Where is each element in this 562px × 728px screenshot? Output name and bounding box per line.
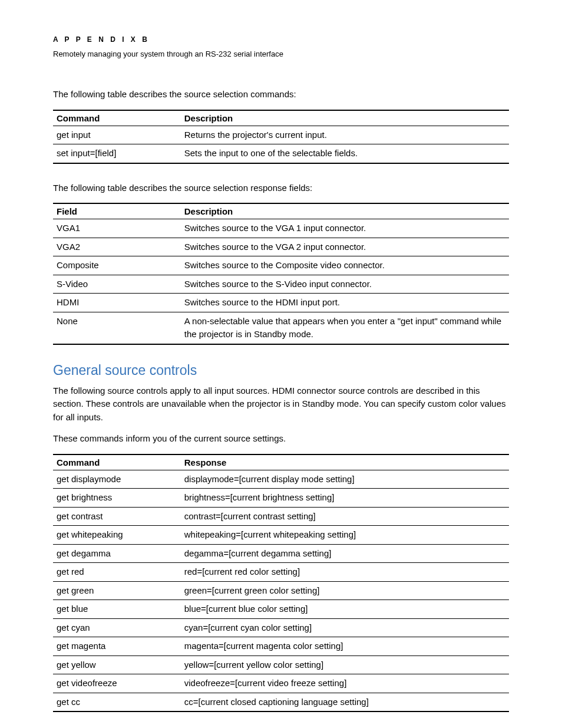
table-header: Description [181,110,509,126]
table-cell: magenta=[current magenta color setting] [181,637,509,656]
table-cell: blue=[current blue color setting] [181,600,509,619]
table-cell: displaymode=[current display mode settin… [181,470,509,489]
table-row: get magentamagenta=[current magenta colo… [53,637,509,656]
source-selection-commands-table: Command Description get inputReturns the… [53,110,509,164]
table-row: get displaymodedisplaymode=[current disp… [53,470,509,489]
table-cell: get input [53,126,181,144]
table-cell: None [53,312,181,344]
table-cell: cyan=[current cyan color setting] [181,618,509,637]
table-cell: cc=[current closed captioning language s… [181,693,509,711]
table-cell: get red [53,563,181,582]
table-row: get greengreen=[current green color sett… [53,581,509,600]
section-heading: General source controls [53,363,509,378]
appendix-label: A P P E N D I X B [53,35,509,44]
table-header: Response [181,454,509,470]
source-settings-table: Command Response get displaymodedisplaym… [53,454,509,713]
table-row: get yellowyellow=[current yellow color s… [53,655,509,674]
source-selection-fields-table: Field Description VGA1Switches source to… [53,203,509,345]
table-cell: Returns the projector's current input. [181,126,509,144]
document-page: A P P E N D I X B Remotely managing your… [0,0,562,728]
table-cell: get displaymode [53,470,181,489]
table-cell: Switches source to the VGA 2 input conne… [181,238,509,256]
table-cell: videofreeze=[current video freeze settin… [181,674,509,693]
table-cell: VGA1 [53,219,181,238]
table-cell: Switches source to the Composite video c… [181,256,509,275]
section-paragraph-1: The following source controls apply to a… [53,384,509,424]
table-cell: get brightness [53,489,181,508]
table-cell: get whitepeaking [53,526,181,545]
table-row: get degammadegamma=[current degamma sett… [53,544,509,563]
table-row: get cyancyan=[current cyan color setting… [53,618,509,637]
table-cell: set input=[field] [53,144,181,163]
table-cell: get blue [53,600,181,619]
table-cell: contrast=[current contrast setting] [181,507,509,526]
table-cell: get cyan [53,618,181,637]
table-cell: Switches source to the HDMI input port. [181,294,509,312]
table-row: CompositeSwitches source to the Composit… [53,256,509,275]
table-row: get blueblue=[current blue color setting… [53,600,509,619]
table-cell: whitepeaking=[current whitepeaking setti… [181,526,509,545]
table-row: S-VideoSwitches source to the S-Video in… [53,275,509,294]
table-cell: get yellow [53,655,181,674]
table-row: set input=[field]Sets the input to one o… [53,144,509,163]
table-row: NoneA non-selectable value that appears … [53,312,509,344]
table-cell: Switches source to the S-Video input con… [181,275,509,294]
table-cell: A non-selectable value that appears when… [181,312,509,344]
table-header: Command [53,110,181,126]
table-cell: Sets the input to one of the selectable … [181,144,509,163]
page-subtitle: Remotely managing your system through an… [53,50,509,58]
table-header: Description [181,203,509,219]
intro-text-1: The following table describes the source… [53,88,509,101]
table-cell: green=[current green color setting] [181,581,509,600]
table-row: get redred=[current red color setting] [53,563,509,582]
table-cell: Switches source to the VGA 1 input conne… [181,219,509,238]
table-row: VGA1Switches source to the VGA 1 input c… [53,219,509,238]
table-header: Field [53,203,181,219]
table-cell: yellow=[current yellow color setting] [181,655,509,674]
section-paragraph-2: These commands inform you of the current… [53,432,509,446]
table-row: get whitepeakingwhitepeaking=[current wh… [53,526,509,545]
table-cell: degamma=[current degamma setting] [181,544,509,563]
table-row: get inputReturns the projector's current… [53,126,509,144]
table-cell: brightness=[current brightness setting] [181,489,509,508]
table-cell: VGA2 [53,238,181,256]
table-row: HDMISwitches source to the HDMI input po… [53,294,509,312]
table-row: VGA2Switches source to the VGA 2 input c… [53,238,509,256]
table-cell: get green [53,581,181,600]
table-row: get contrastcontrast=[current contrast s… [53,507,509,526]
intro-text-2: The following table describes the source… [53,182,509,195]
table-cell: get contrast [53,507,181,526]
table-cell: HDMI [53,294,181,312]
table-cell: S-Video [53,275,181,294]
table-cell: get videofreeze [53,674,181,693]
table-row: get brightnessbrightness=[current bright… [53,489,509,508]
table-cell: get magenta [53,637,181,656]
table-row: get cccc=[current closed captioning lang… [53,693,509,711]
table-header: Command [53,454,181,470]
table-cell: Composite [53,256,181,275]
table-cell: get cc [53,693,181,711]
table-cell: red=[current red color setting] [181,563,509,582]
table-cell: get degamma [53,544,181,563]
table-row: get videofreezevideofreeze=[current vide… [53,674,509,693]
